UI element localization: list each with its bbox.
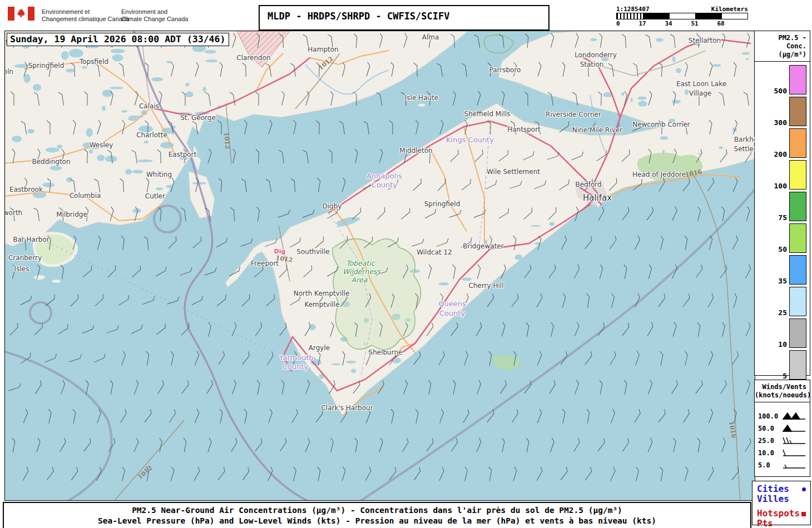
wind-barb-icon (781, 436, 808, 445)
map-label: Stellarton (689, 37, 721, 44)
winds-legend-value: 25.0 (758, 437, 774, 445)
map-label: Charlotte (136, 131, 167, 139)
pm25-legend-value: 300 (774, 118, 787, 127)
map-label: Wildcat 12 (417, 248, 452, 256)
map-label: Head of Jeddore (632, 171, 686, 178)
map-label: Annapolis (367, 172, 402, 180)
pm25-legend-row: 35 (755, 255, 806, 285)
caption-line-2: Sea-Level Pressure (hPa) and Low-Level W… (4, 516, 750, 526)
winds-legend-row: 10.0 (755, 447, 810, 459)
map-label: Queens (438, 300, 466, 308)
map-label: Kemptville (304, 301, 339, 308)
map-label: County (372, 181, 397, 189)
winds-legend: Winds/Vents (knots/noeuds) 100.050.025.0… (754, 380, 810, 477)
map-label: Whiting (146, 171, 172, 178)
scale-strip (616, 13, 748, 19)
pm25-legend-swatch (789, 97, 806, 126)
pm25-legend-swatch (789, 318, 806, 348)
markers-legend: Cities Villes Hotspots Pts chauds (752, 481, 811, 525)
map-canvas[interactable]: Sunday, 19 April 2026 08:00 ADT (33/46) … (4, 31, 755, 501)
map-label: Alma (422, 33, 439, 41)
map-label: Newcomb Corner (632, 121, 690, 128)
cities-label-en: Cities (757, 484, 806, 494)
map-label: Bar Harbor (13, 236, 49, 243)
map-caption: PM2.5 Near-Ground Air Concentrations (µg… (3, 502, 751, 528)
basemap-layer (5, 31, 755, 500)
map-label: Dig (274, 248, 286, 255)
pm25-legend-row: 10 (755, 318, 806, 348)
winds-legend-entries: 100.050.025.010.05.0 (755, 410, 810, 471)
map-label: Settlem (734, 145, 755, 153)
map-label: Cutler (145, 192, 165, 200)
map-label: Isle Haute (405, 94, 438, 102)
pm25-legend-swatch (789, 160, 806, 190)
map-label: Halifax (583, 193, 612, 203)
map-label: Station (580, 61, 604, 68)
map-label: Eastbrook (9, 186, 43, 193)
map-label: Wesley (90, 141, 113, 149)
map-label: oln (4, 68, 13, 76)
map-label: Calais (139, 102, 159, 110)
pm25-legend-swatch (789, 287, 806, 316)
pm25-legend-value: 100 (774, 182, 787, 190)
pm25-legend-row: 200 (755, 128, 806, 158)
dept-name-en: Environment andClimate Change Canada (121, 8, 188, 23)
pm25-legend-value: 75 (778, 213, 787, 222)
hotspots-label-en: Hotspots (757, 509, 806, 519)
scale-tick: 34 (665, 20, 672, 27)
map-label: Bridgewater (463, 242, 503, 250)
map-label: Area (351, 276, 368, 284)
map-label: Southville (296, 248, 329, 256)
map-label: Argyle (309, 344, 330, 352)
scale-tick: 51 (691, 20, 698, 27)
wind-barb-icon (781, 449, 808, 457)
wind-barb-icon (781, 461, 808, 470)
pm25-legend: PM2.5 - Conc. (µg/m³) 500300200100755035… (754, 31, 810, 376)
canada-flag-icon (8, 7, 34, 21)
scale-tick-labels: 017345168 (616, 20, 747, 27)
winds-legend-title: Winds/Vents (knots/noeuds) (755, 380, 810, 401)
cities-label-fr: Villes (757, 494, 806, 504)
map-label: Shelburne (369, 348, 403, 356)
map-label: Sheffield Mills (464, 110, 511, 118)
map-label: Isles (14, 265, 29, 273)
pm25-legend-swatch (789, 255, 806, 285)
pm25-legend-row: 5 (755, 350, 806, 380)
scale-tick: 0 (616, 20, 620, 27)
island-cranberry-1 (34, 275, 45, 280)
scale-tick: 17 (638, 20, 646, 27)
winds-legend-value: 50.0 (758, 425, 774, 432)
map-label: Barkho (734, 136, 755, 143)
dept-name-fr: Environnement etChangement climatique Ca… (42, 8, 129, 23)
map-scale-bar: 1:1285407 Kilometers 017345168 (616, 6, 748, 27)
map-label: Clarendon (236, 54, 270, 62)
pm25-legend-value: 10 (778, 340, 787, 348)
map-label: Springfield (28, 62, 65, 69)
island-isle-haute (418, 103, 425, 107)
map-label: Cherry Hill (469, 282, 504, 290)
map-label: County (283, 362, 308, 371)
pm25-legend-swatch (789, 192, 806, 221)
map-label: Riverside Corner (546, 111, 601, 118)
map-label: Cranberry (8, 254, 42, 262)
map-label: Village (689, 89, 711, 97)
winds-legend-row: 5.0 (755, 459, 810, 471)
pm25-legend-value: 5 (783, 372, 787, 380)
pm25-legend-row: 100 (755, 160, 806, 190)
map-label: Nine Mile River (572, 126, 622, 134)
caption-line-1: PM2.5 Near-Ground Air Concentrations (µg… (4, 505, 750, 516)
map-label: Hantsport (507, 126, 541, 133)
product-title: MLDP - HRDPS/SHRPD - CWFIS/SCIFV (259, 5, 549, 31)
city-marker-icon (802, 487, 806, 491)
island-cranberry-2 (52, 280, 61, 283)
map-label: East Loon Lake (676, 80, 726, 88)
map-label: Digby (323, 202, 342, 210)
isobar-label: 1012 (222, 132, 231, 150)
pm25-legend-swatch (789, 223, 806, 253)
pm25-legend-swatch (789, 350, 806, 380)
map-label: Bedford (575, 181, 601, 188)
pm25-legend-value: 25 (778, 308, 787, 317)
pm25-legend-value: 500 (774, 87, 787, 95)
pm25-legend-row: 50 (755, 223, 806, 253)
pm25-legend-entries: 50030020010075503525105 (755, 65, 810, 380)
